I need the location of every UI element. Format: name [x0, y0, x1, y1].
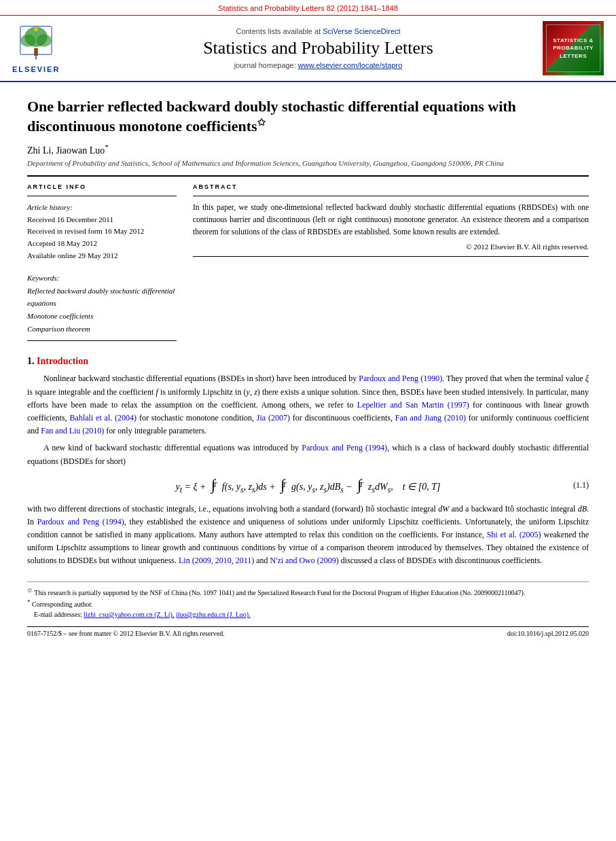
email-2-link[interactable]: jluo@gzhu.edu.cn (J. Luo).	[176, 611, 251, 618]
footnote-star-icon: ✩	[27, 587, 33, 594]
revised-date: Received in revised form 16 May 2012	[27, 226, 177, 238]
contents-prefix: Contents lists available at	[236, 27, 321, 35]
equation-1-1: yt = ξ + ∫tT f(s, ys, zs)ds + ∫tT g(s, y…	[27, 476, 589, 495]
equation-number-1-1: (1.1)	[573, 480, 589, 490]
equation-content: yt = ξ + ∫tT f(s, ys, zs)ds + ∫tT g(s, y…	[176, 476, 441, 495]
svg-point-4	[37, 35, 52, 47]
cite-lepeltier-sanmartin-1997[interactable]: Lepeltier and San Martin (1997)	[357, 400, 469, 410]
email-1-link[interactable]: lizhi_csu@yahoo.com.cn (Z. Li),	[84, 611, 174, 618]
article-info-heading: Article Info	[27, 183, 177, 190]
section-1-number: 1.	[27, 356, 35, 366]
footnote-email: E-mail addresses: lizhi_csu@yahoo.com.cn…	[27, 609, 589, 620]
email-label: E-mail addresses:	[34, 611, 82, 618]
journal-homepage: journal homepage: www.elsevier.com/locat…	[94, 61, 543, 69]
cite-pardoux-peng-1994-b[interactable]: Pardoux and Peng (1994)	[37, 517, 124, 526]
intro-para-3: with two different directions of stochas…	[27, 503, 589, 568]
info-abstract-row: Article Info Article history: Received 1…	[27, 183, 589, 346]
footnote-area: ✩ This research is partially supported b…	[27, 581, 589, 620]
info-divider-bottom	[27, 340, 177, 341]
keyword-2: Monotone coefficients	[27, 310, 177, 323]
elsevier-logo: ELSEVIER	[12, 23, 60, 73]
journal-header: ELSEVIER Contents lists available at Sci…	[0, 16, 616, 82]
article-title: One barrier reflected backward doubly st…	[27, 97, 589, 137]
cite-pardoux-peng-1990[interactable]: Pardoux and Peng (1990)	[359, 374, 442, 383]
info-divider-top	[27, 196, 177, 196]
journal-logo-text: STATISTICS & PROBABILITY LETTERS	[553, 37, 594, 60]
history-label: Article history:	[27, 202, 177, 214]
footnote-star-note: ✩ This research is partially supported b…	[27, 586, 589, 598]
contents-line: Contents lists available at SciVerse Sci…	[94, 27, 543, 35]
journal-citation: Statistics and Probability Letters 82 (2…	[218, 4, 398, 12]
cite-pardoux-peng-1994[interactable]: Pardoux and Peng (1994)	[302, 443, 387, 452]
abstract-heading: Abstract	[193, 183, 589, 190]
available-date: Available online 29 May 2012	[27, 250, 177, 262]
bottom-bar: 0167-7152/$ – see front matter © 2012 El…	[27, 626, 589, 637]
article-history: Article history: Received 16 December 20…	[27, 202, 177, 262]
cite-lin-2009[interactable]: Lin (2009, 2010, 2011)	[179, 556, 254, 565]
keyword-1: Reflected backward doubly stochastic dif…	[27, 285, 177, 310]
received-date: Received 16 December 2011	[27, 214, 177, 226]
elsevier-logo-area: ELSEVIER	[12, 23, 94, 73]
elsevier-tree-icon	[12, 23, 60, 64]
main-content: One barrier reflected backward doubly st…	[0, 82, 616, 644]
footnote-corresponding: * Corresponding author.	[27, 598, 589, 609]
section-1-title: 1. Introduction	[27, 356, 589, 367]
cite-nzi-owo-2009[interactable]: N'zi and Owo (2009)	[270, 556, 339, 565]
svg-rect-5	[34, 48, 38, 56]
homepage-prefix: journal homepage:	[234, 61, 296, 69]
page: Statistics and Probability Letters 82 (2…	[0, 0, 616, 841]
intro-para-2: A new kind of backward stochastic differ…	[27, 442, 589, 467]
email-1: lizhi_csu@yahoo.com.cn (Z. Li),	[84, 611, 174, 618]
cite-bahlali-2004[interactable]: Bahlali et al. (2004)	[70, 413, 137, 423]
cite-fan-jiang-2010[interactable]: Fan and Jiang (2010)	[395, 413, 466, 423]
email-2: jluo@gzhu.edu.cn (J. Luo).	[176, 611, 251, 618]
cite-jia-2007[interactable]: Jia (2007)	[257, 413, 290, 423]
elsevier-brand-text: ELSEVIER	[12, 65, 60, 73]
corresponding-text: Corresponding author.	[32, 601, 92, 608]
abstract-col: Abstract In this paper, we study one-dim…	[193, 183, 589, 346]
footnote-star-text: This research is partially supported by …	[34, 589, 525, 596]
keywords-section: Keywords: Reflected backward doubly stoc…	[27, 272, 177, 335]
issn-text: 0167-7152/$ – see front matter © 2012 El…	[27, 630, 225, 637]
authors-line: Zhi Li, Jiaowan Luo*	[27, 143, 589, 157]
svg-point-6	[34, 27, 38, 31]
doi-text: doi:10.1016/j.spl.2012.05.020	[507, 630, 589, 637]
abstract-divider-top	[193, 196, 589, 196]
article-title-text: One barrier reflected backward doubly st…	[27, 98, 516, 135]
cite-shi-2005[interactable]: Shi et al. (2005)	[487, 530, 541, 539]
abstract-divider-bottom	[193, 256, 589, 257]
intro-para-1: Nonlinear backward stochastic differenti…	[27, 372, 589, 437]
author-names: Zhi Li, Jiaowan Luo*	[27, 145, 109, 156]
journal-header-center: Contents lists available at SciVerse Sci…	[94, 27, 543, 69]
keywords-label: Keywords:	[27, 272, 177, 285]
copyright-text: © 2012 Elsevier B.V. All rights reserved…	[193, 243, 589, 251]
corresponding-star: *	[105, 143, 109, 151]
keywords-list: Reflected backward doubly stochastic dif…	[27, 285, 177, 336]
keyword-3: Comparison theorem	[27, 323, 177, 336]
accepted-date: Accepted 18 May 2012	[27, 238, 177, 250]
header-divider	[27, 175, 589, 177]
homepage-link[interactable]: www.elsevier.com/locate/stapro	[298, 61, 402, 69]
footnote-asterisk-icon: *	[27, 598, 31, 605]
section-1-label: Introduction	[37, 356, 88, 366]
article-info-col: Article Info Article history: Received 1…	[27, 183, 177, 346]
affiliation: Department of Probability and Statistics…	[27, 159, 589, 167]
journal-logo-box: STATISTICS & PROBABILITY LETTERS	[543, 21, 604, 75]
abstract-text: In this paper, we study one-dimensional …	[193, 202, 589, 238]
journal-title: Statistics and Probability Letters	[94, 38, 543, 58]
sciverse-link[interactable]: SciVerse ScienceDirect	[323, 27, 400, 35]
title-star: ✩	[257, 118, 266, 128]
cite-fan-liu-2010[interactable]: Fan and Liu (2010)	[41, 426, 104, 435]
journal-top-bar: Statistics and Probability Letters 82 (2…	[0, 0, 616, 16]
svg-point-3	[20, 35, 35, 47]
